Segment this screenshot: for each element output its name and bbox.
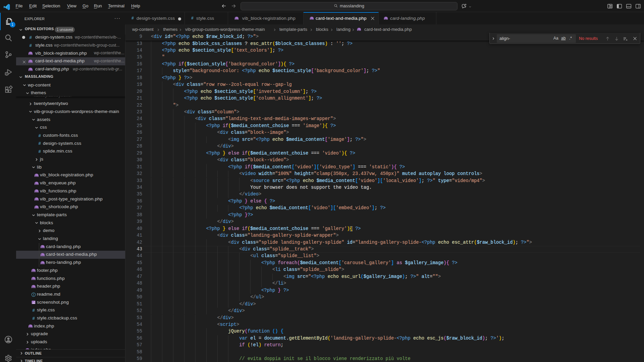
svg-text:#: #	[191, 16, 194, 20]
svg-text:#: #	[38, 141, 41, 146]
svg-text:#: #	[32, 308, 35, 313]
svg-text:#: #	[29, 43, 32, 48]
svg-text:#: #	[29, 35, 32, 40]
svg-text:#: #	[38, 149, 41, 154]
svg-text:#: #	[38, 133, 41, 138]
svg-text:#: #	[131, 16, 134, 20]
svg-text:#: #	[32, 316, 35, 321]
